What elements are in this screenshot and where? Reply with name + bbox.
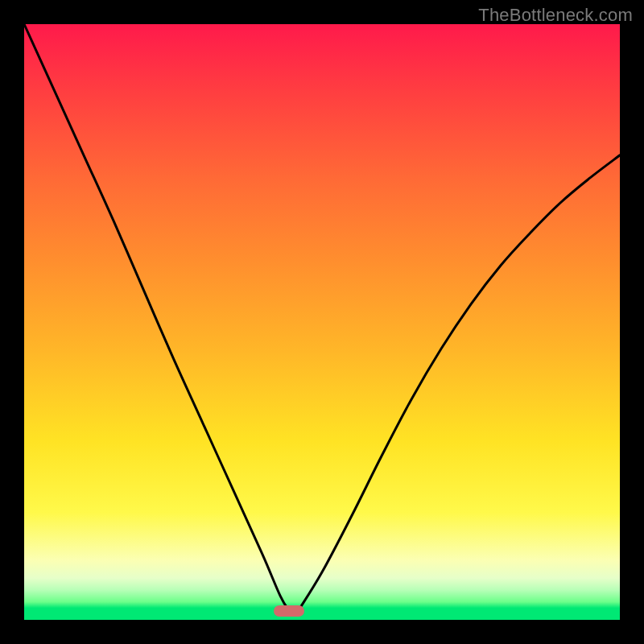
bottleneck-marker xyxy=(274,605,304,617)
plot-area xyxy=(24,24,620,620)
right-branch-path xyxy=(298,155,620,611)
left-branch-path xyxy=(24,24,289,611)
curve-svg xyxy=(24,24,620,620)
watermark-text: TheBottleneck.com xyxy=(478,5,633,26)
chart-stage: TheBottleneck.com xyxy=(0,0,644,644)
